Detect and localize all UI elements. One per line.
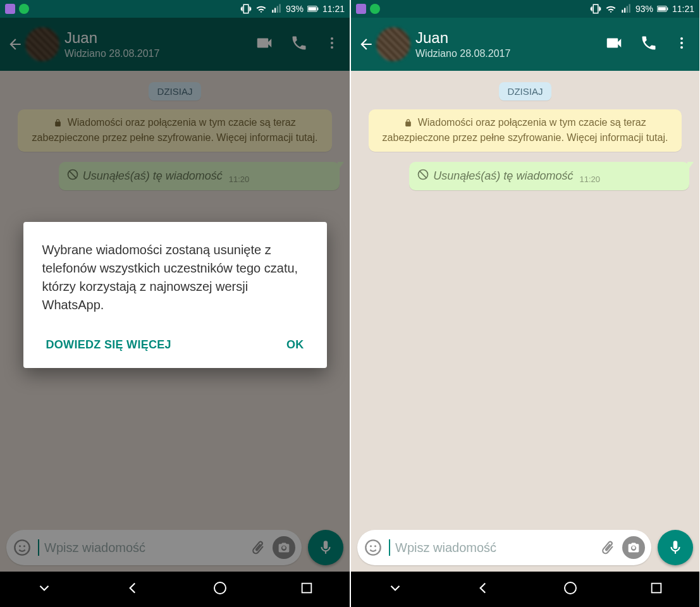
app-icon-1 xyxy=(356,4,366,14)
lock-icon xyxy=(404,117,412,131)
chat-area: DZISIAJ Wiadomości oraz połączenia w tym… xyxy=(351,71,699,572)
chat-title-block[interactable]: Juan Widziano 28.08.2017 xyxy=(415,29,605,59)
menu-button[interactable] xyxy=(674,35,689,53)
dialog-body-text: Wybrane wiadomości zostaną usunięte z te… xyxy=(42,241,308,314)
android-nav-bar xyxy=(0,572,350,607)
svg-point-32 xyxy=(565,582,576,594)
svg-point-30 xyxy=(370,545,372,547)
input-bar xyxy=(357,530,693,565)
svg-rect-19 xyxy=(627,6,628,13)
avatar[interactable] xyxy=(376,27,410,61)
vibrate-icon xyxy=(240,3,252,15)
message-time: 11:20 xyxy=(579,175,600,184)
android-nav-bar xyxy=(351,572,699,607)
nav-collapse-icon[interactable] xyxy=(36,580,52,599)
nav-recent-icon[interactable] xyxy=(649,581,663,598)
blocked-icon xyxy=(417,168,429,184)
battery-icon xyxy=(657,3,668,15)
learn-more-button[interactable]: DOWIEDZ SIĘ WIĘCEJ xyxy=(42,332,175,358)
nav-recent-icon[interactable] xyxy=(300,581,314,598)
battery-percent: 93% xyxy=(286,4,304,14)
video-call-button[interactable] xyxy=(605,34,623,55)
battery-icon xyxy=(307,3,319,15)
svg-rect-5 xyxy=(308,7,316,11)
svg-line-28 xyxy=(419,171,427,178)
last-seen-text: Widziano 28.08.2017 xyxy=(415,48,605,59)
phone-screenshot-right: 93% 11:21 Juan Widziano 28.08.2017 DZISI… xyxy=(350,0,699,607)
contact-name: Juan xyxy=(415,29,605,47)
wifi-icon xyxy=(255,3,267,15)
chat-header: Juan Widziano 28.08.2017 xyxy=(351,18,699,71)
svg-point-15 xyxy=(214,582,226,594)
svg-point-25 xyxy=(680,42,683,44)
voice-call-button[interactable] xyxy=(640,34,658,54)
svg-rect-33 xyxy=(652,584,661,593)
svg-rect-17 xyxy=(622,10,623,13)
status-bar: 93% 11:21 xyxy=(351,0,699,18)
svg-rect-0 xyxy=(272,10,273,13)
app-icon-2 xyxy=(19,4,29,14)
svg-point-29 xyxy=(365,540,380,555)
svg-rect-3 xyxy=(279,4,280,13)
status-bar: 93% 11:21 xyxy=(0,0,350,18)
emoji-icon[interactable] xyxy=(364,538,383,557)
svg-rect-18 xyxy=(624,8,625,13)
nav-collapse-icon[interactable] xyxy=(387,580,403,599)
deleted-message-text: Usunąłeś(aś) tę wiadomość xyxy=(433,169,573,183)
clock-text: 11:21 xyxy=(672,4,694,14)
text-cursor xyxy=(389,539,390,556)
nav-back-icon[interactable] xyxy=(475,580,491,599)
camera-icon[interactable] xyxy=(622,536,645,559)
mic-button[interactable] xyxy=(658,530,693,565)
ok-button[interactable]: OK xyxy=(283,332,308,358)
signal-icon xyxy=(271,3,282,15)
svg-rect-6 xyxy=(317,8,318,10)
clock-text: 11:21 xyxy=(322,4,345,14)
app-icon-1 xyxy=(5,4,15,14)
svg-point-31 xyxy=(374,545,376,547)
phone-screenshot-left: 93% 11:21 Juan Widziano 28.08.2017 DZISI… xyxy=(0,0,350,607)
message-input-field[interactable] xyxy=(357,530,651,565)
nav-home-icon[interactable] xyxy=(212,580,228,598)
modal-overlay[interactable]: Wybrane wiadomości zostaną usunięte z te… xyxy=(0,18,350,572)
svg-rect-2 xyxy=(277,6,278,13)
svg-rect-16 xyxy=(302,584,312,593)
svg-point-26 xyxy=(680,46,683,49)
svg-point-24 xyxy=(680,37,683,40)
nav-back-icon[interactable] xyxy=(125,580,141,599)
svg-rect-22 xyxy=(658,7,665,11)
vibrate-icon xyxy=(590,3,601,15)
message-input[interactable] xyxy=(395,541,593,555)
encryption-notice[interactable]: Wiadomości oraz połączenia w tym czacie … xyxy=(369,109,682,152)
svg-rect-23 xyxy=(667,8,668,10)
attach-icon[interactable] xyxy=(598,538,617,557)
message-bubble-deleted[interactable]: Usunąłeś(aś) tę wiadomość 11:20 xyxy=(409,162,689,190)
svg-rect-20 xyxy=(629,4,630,13)
app-icon-2 xyxy=(370,4,380,14)
back-button[interactable] xyxy=(356,36,376,52)
date-divider: DZISIAJ xyxy=(499,82,552,101)
signal-icon xyxy=(620,3,632,15)
encryption-notice-text: Wiadomości oraz połączenia w tym czacie … xyxy=(383,117,668,143)
nav-home-icon[interactable] xyxy=(563,580,578,598)
svg-rect-1 xyxy=(274,8,276,13)
delete-dialog: Wybrane wiadomości zostaną usunięte z te… xyxy=(23,222,327,368)
battery-percent: 93% xyxy=(636,4,653,14)
wifi-icon xyxy=(605,3,617,15)
